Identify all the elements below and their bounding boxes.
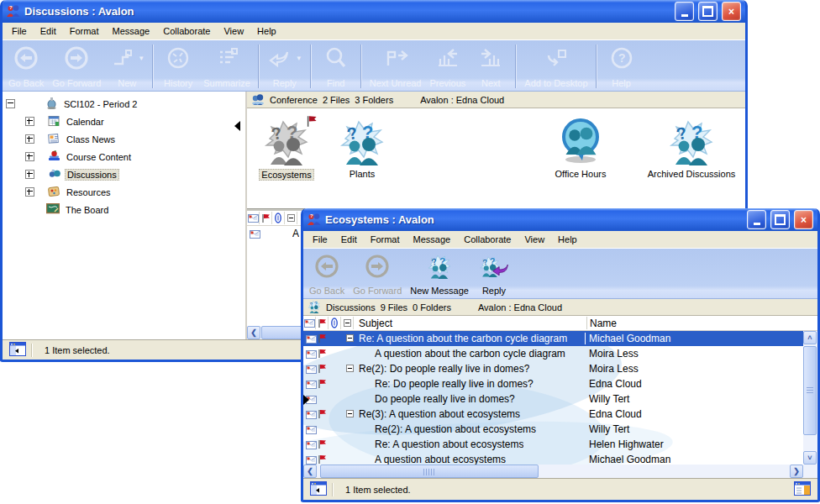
conference-item-plants[interactable]: ? ? Plants (316, 118, 408, 179)
expand-icon[interactable] (25, 152, 34, 161)
collapse-all-icon[interactable] (285, 212, 297, 224)
flag-icon[interactable] (260, 212, 272, 224)
tree-item-class-news[interactable]: Class News (3, 132, 245, 146)
go-forward-button[interactable]: Go Forward (48, 42, 105, 91)
add-to-desktop-button[interactable]: Add to Desktop (520, 42, 591, 91)
help-button[interactable]: ?Help (601, 42, 643, 91)
scroll-down-icon[interactable]: ˅ (803, 451, 817, 465)
menu-format[interactable]: Format (364, 232, 407, 247)
close-button[interactable]: × (794, 210, 813, 229)
menu-collaborate[interactable]: Collaborate (457, 232, 518, 247)
expand-icon[interactable] (25, 170, 34, 179)
thread-row[interactable]: Re: Do people really live in domes? Edna… (303, 376, 817, 391)
menu-help[interactable]: Help (250, 24, 283, 39)
scroll-left-icon[interactable]: ❮ (303, 465, 317, 478)
close-button[interactable]: × (722, 2, 741, 21)
thread-row[interactable]: A question about ecosystems Michael Good… (303, 452, 817, 465)
expand-icon[interactable] (25, 134, 34, 144)
scroll-right-icon[interactable]: ❯ (790, 465, 803, 478)
vertical-scrollbar[interactable]: ˄ ˅ (803, 331, 817, 465)
go-forward-button[interactable]: Go Forward (349, 250, 406, 298)
menu-file[interactable]: File (306, 232, 334, 247)
thread-row[interactable]: A question about the carbon cycle diagra… (303, 346, 817, 361)
pane-toggle-icon[interactable] (9, 342, 26, 358)
tree-item-discussions[interactable]: ? Discussions (3, 167, 245, 181)
tree-item-resources[interactable]: Resources (3, 185, 245, 199)
history-button[interactable]: History (157, 42, 199, 91)
next-button[interactable]: Next (470, 42, 512, 91)
go-back-button[interactable]: Go Back (4, 42, 48, 91)
dropdown-arrow-icon[interactable]: ▼ (138, 55, 145, 62)
dropdown-arrow-icon[interactable]: ▼ (296, 55, 302, 62)
scroll-left-icon[interactable]: ❮ (247, 326, 260, 339)
conference-item-label[interactable]: Ecosystems (259, 169, 313, 181)
menu-message[interactable]: Message (407, 232, 458, 247)
titlebar-ecosystems[interactable]: ? Ecosystems : Avalon × (303, 208, 817, 231)
scroll-up-icon[interactable]: ˄ (803, 331, 817, 344)
go-back-button[interactable]: Go Back (305, 250, 349, 298)
conference-item-label[interactable]: Archived Discussions (646, 169, 738, 179)
previous-button[interactable]: Previous (426, 42, 470, 91)
split-marker-icon[interactable] (234, 121, 240, 131)
menu-view[interactable]: View (518, 232, 551, 247)
tree-item-label[interactable]: Resources (64, 186, 113, 198)
minimize-button[interactable] (747, 210, 766, 229)
thread-row[interactable]: Re(2): A question about ecosystems Willy… (303, 422, 817, 437)
thread-row[interactable]: Re(3): A question about ecosystems Edna … (303, 407, 817, 422)
thread-row[interactable]: Re: A question about the carbon cycle di… (303, 331, 817, 346)
tree-item-label[interactable]: Course Content (64, 151, 134, 163)
menu-edit[interactable]: Edit (334, 232, 364, 247)
menu-collaborate[interactable]: Collaborate (156, 24, 217, 39)
reply-button[interactable]: ▼Reply (263, 42, 307, 91)
menu-edit[interactable]: Edit (34, 24, 63, 39)
tree-item-course-content[interactable]: Course Content (3, 150, 245, 164)
conference-item-label[interactable]: Plants (348, 169, 377, 179)
new-message-button[interactable]: ? ? New Message (406, 250, 473, 298)
conference-item-label[interactable]: Office Hours (554, 169, 608, 179)
conference-item-archived-discussions[interactable]: ? ? Archived Discussions (645, 118, 738, 179)
pane-toggle-icon[interactable] (310, 481, 327, 497)
thread-row[interactable]: Re(2): Do people really live in domes? M… (303, 361, 817, 376)
paperclip-icon[interactable] (329, 317, 341, 329)
new-button[interactable]: ▼New (105, 42, 149, 91)
titlebar-discussions[interactable]: ? Discussions : Avalon × (3, 0, 745, 23)
collapse-icon[interactable] (6, 99, 15, 108)
tree-item-the-board[interactable]: The Board (3, 202, 245, 217)
tree-root-label[interactable]: SCI102 - Period 2 (61, 98, 139, 110)
tree-item-calendar[interactable]: Calendar (3, 114, 245, 129)
name-column-header[interactable]: Name (590, 318, 800, 329)
menu-help[interactable]: Help (551, 232, 584, 247)
maximize-button[interactable] (770, 210, 790, 229)
menu-format[interactable]: Format (63, 24, 106, 39)
view-toggle-icon[interactable] (794, 481, 811, 497)
collapse-icon[interactable] (346, 408, 354, 420)
thread-row[interactable]: Do people really live in domes? Willy Te… (303, 391, 817, 407)
expand-icon[interactable] (25, 187, 34, 197)
conference-item-office-hours[interactable]: Office Hours (534, 118, 627, 179)
tree-item-label[interactable]: Discussions (65, 169, 119, 181)
menu-view[interactable]: View (217, 24, 250, 39)
collapse-all-icon[interactable] (341, 317, 354, 329)
expand-icon[interactable] (25, 117, 34, 126)
tree-item-label[interactable]: Calendar (64, 116, 107, 128)
menu-message[interactable]: Message (106, 24, 157, 39)
find-button[interactable]: Find (315, 42, 357, 91)
tree-item-label[interactable]: Class News (64, 134, 118, 145)
summarize-button[interactable]: Summarize (199, 42, 255, 91)
horizontal-scrollbar[interactable]: ❮ ❯ (303, 465, 817, 478)
thread-row[interactable]: Re: A question about ecosystems Helen Hi… (303, 437, 817, 452)
tree-item-label[interactable]: The Board (63, 204, 111, 216)
next-unread-button[interactable]: Next Unread (365, 42, 426, 91)
reply-button[interactable]: ? ? Reply (473, 250, 515, 298)
collapse-icon[interactable] (346, 333, 354, 344)
minimize-button[interactable] (675, 2, 694, 21)
menu-file[interactable]: File (5, 24, 34, 39)
collapse-icon[interactable] (346, 363, 354, 375)
paperclip-icon[interactable] (272, 212, 285, 224)
tree-root[interactable]: SCI102 - Period 2 (3, 97, 245, 111)
split-marker-icon[interactable] (303, 395, 309, 405)
envelope-icon[interactable] (247, 212, 260, 224)
flag-icon[interactable] (316, 317, 329, 329)
maximize-button[interactable] (698, 2, 718, 21)
envelope-icon[interactable] (303, 317, 316, 329)
